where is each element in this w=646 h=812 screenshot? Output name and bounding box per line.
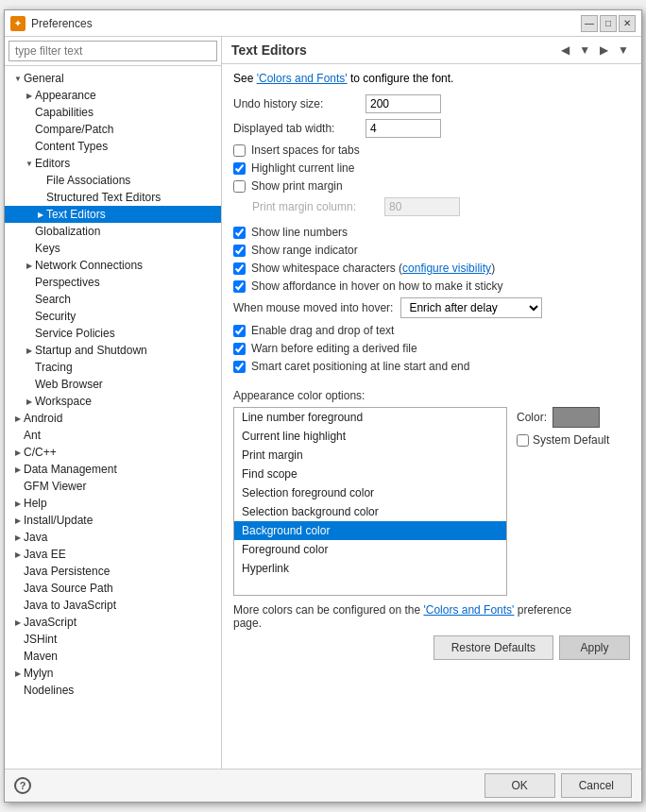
footer-colors-fonts-link[interactable]: 'Colors and Fonts' — [423, 603, 514, 617]
highlight-line-checkbox[interactable] — [233, 162, 246, 175]
tree-arrow-nodelines — [12, 685, 24, 696]
sidebar-item-gfm_viewer[interactable]: GFM Viewer — [5, 478, 221, 495]
sidebar-item-globalization[interactable]: Globalization — [5, 223, 221, 240]
tree-label-java_persistence: Java Persistence — [24, 565, 110, 578]
sidebar-item-java_persistence[interactable]: Java Persistence — [5, 563, 221, 580]
sidebar-item-maven[interactable]: Maven — [5, 648, 221, 665]
insert-spaces-row: Insert spaces for tabs — [233, 144, 630, 157]
print-margin-input[interactable] — [384, 197, 460, 216]
sidebar-item-javascript[interactable]: ▶JavaScript — [5, 614, 221, 631]
tree-label-jshint: JSHint — [24, 633, 57, 646]
nav-forward-button[interactable]: ▶ — [597, 42, 611, 58]
filter-input[interactable] — [8, 41, 217, 61]
sidebar-item-cpp[interactable]: ▶C/C++ — [5, 444, 221, 461]
right-panel: Text Editors ◀ ▼ ▶ ▼ See 'Colors and Fon… — [222, 37, 641, 769]
tree-arrow-perspectives — [24, 277, 35, 288]
tree-arrow-text_editors: ▶ — [35, 209, 46, 220]
help-icon[interactable]: ? — [14, 777, 31, 794]
close-button[interactable]: ✕ — [619, 15, 636, 32]
insert-spaces-checkbox[interactable] — [233, 144, 246, 157]
show-range-checkbox[interactable] — [233, 245, 246, 257]
sidebar-item-service_policies[interactable]: Service Policies — [5, 325, 221, 342]
tree-arrow-mylyn: ▶ — [12, 668, 24, 679]
sidebar-item-java_source_path[interactable]: Java Source Path — [5, 580, 221, 597]
tree-arrow-java_persistence — [12, 566, 24, 577]
nav-dropdown-button[interactable]: ▼ — [576, 42, 593, 58]
configure-visibility-link[interactable]: configure visibility — [402, 262, 491, 275]
tab-width-input[interactable] — [366, 119, 441, 138]
color-list-item[interactable]: Background color — [234, 521, 506, 540]
apply-button[interactable]: Apply — [559, 635, 630, 660]
color-swatch[interactable] — [552, 407, 600, 428]
drag-drop-label: Enable drag and drop of text — [251, 324, 394, 337]
color-list-item[interactable]: Selection foreground color — [234, 483, 506, 502]
sidebar-item-search[interactable]: Search — [5, 291, 221, 308]
sidebar-item-mylyn[interactable]: ▶Mylyn — [5, 665, 221, 682]
tree-arrow-tracing — [24, 362, 35, 373]
sidebar-item-help[interactable]: ▶Help — [5, 495, 221, 512]
minimize-button[interactable]: — — [581, 15, 598, 32]
sidebar-item-workspace[interactable]: ▶Workspace — [5, 393, 221, 410]
sidebar-item-perspectives[interactable]: Perspectives — [5, 274, 221, 291]
warn-derived-checkbox[interactable] — [233, 343, 246, 355]
color-list-item[interactable]: Foreground color — [234, 540, 506, 559]
sidebar-item-tracing[interactable]: Tracing — [5, 359, 221, 376]
colors-fonts-link[interactable]: 'Colors and Fonts' — [257, 72, 348, 85]
color-list-item[interactable]: Find scope — [234, 465, 506, 483]
sidebar-item-jshint[interactable]: JSHint — [5, 631, 221, 648]
sidebar-item-general[interactable]: ▼General — [5, 70, 221, 87]
color-list-item[interactable]: Hyperlink — [234, 559, 506, 578]
nav-forward-dropdown-button[interactable]: ▼ — [615, 42, 632, 58]
smart-caret-row: Smart caret positioning at line start an… — [233, 360, 630, 373]
color-list-item[interactable]: Current line highlight — [234, 427, 506, 446]
tree-label-install_update: Install/Update — [24, 514, 93, 527]
sidebar-item-structured_text_editors[interactable]: Structured Text Editors — [5, 189, 221, 206]
show-whitespace-checkbox[interactable] — [233, 262, 246, 275]
color-list-item[interactable]: Print margin — [234, 446, 506, 465]
sidebar-item-ant[interactable]: Ant — [5, 427, 221, 444]
system-default-checkbox[interactable] — [517, 434, 529, 447]
sidebar-item-java_ee[interactable]: ▶Java EE — [5, 546, 221, 563]
sidebar-item-web_browser[interactable]: Web Browser — [5, 376, 221, 393]
show-line-numbers-checkbox[interactable] — [233, 227, 246, 239]
sidebar-item-editors[interactable]: ▼Editors — [5, 155, 221, 172]
undo-history-input[interactable] — [366, 94, 441, 113]
ok-button[interactable]: OK — [484, 773, 555, 798]
sidebar-item-text_editors[interactable]: ▶Text Editors — [5, 206, 221, 223]
sidebar-item-nodelines[interactable]: Nodelines — [5, 682, 221, 699]
color-list[interactable]: Line number foregroundCurrent line highl… — [233, 407, 507, 596]
color-list-item[interactable]: Selection background color — [234, 502, 506, 521]
sidebar-item-content_types[interactable]: Content Types — [5, 138, 221, 155]
sidebar-item-install_update[interactable]: ▶Install/Update — [5, 512, 221, 529]
tree-label-java_to_javascript: Java to JavaScript — [24, 599, 116, 612]
sidebar-item-file_associations[interactable]: File Associations — [5, 172, 221, 189]
sidebar-item-security[interactable]: Security — [5, 308, 221, 325]
sidebar-item-compare_patch[interactable]: Compare/Patch — [5, 121, 221, 138]
insert-spaces-label: Insert spaces for tabs — [251, 144, 360, 157]
sidebar-item-java[interactable]: ▶Java — [5, 529, 221, 546]
restore-defaults-button[interactable]: Restore Defaults — [434, 635, 553, 660]
show-affordance-checkbox[interactable] — [233, 280, 246, 293]
maximize-button[interactable]: □ — [600, 15, 617, 32]
sidebar-item-android[interactable]: ▶Android — [5, 410, 221, 427]
footer-note: More colors can be configured on the 'Co… — [233, 603, 630, 630]
sidebar-item-java_to_javascript[interactable]: Java to JavaScript — [5, 597, 221, 614]
show-print-margin-checkbox[interactable] — [233, 180, 246, 193]
tree-label-javascript: JavaScript — [24, 616, 76, 629]
sidebar-item-capabilities[interactable]: Capabilities — [5, 104, 221, 121]
nav-back-button[interactable]: ◀ — [558, 42, 572, 58]
warn-derived-row: Warn before editing a derived file — [233, 342, 630, 355]
cancel-button[interactable]: Cancel — [561, 773, 632, 798]
smart-caret-checkbox[interactable] — [233, 361, 246, 373]
tree-label-globalization: Globalization — [35, 225, 100, 238]
sidebar-item-network_connections[interactable]: ▶Network Connections — [5, 257, 221, 274]
drag-drop-checkbox[interactable] — [233, 325, 246, 337]
sidebar-item-keys[interactable]: Keys — [5, 240, 221, 257]
system-default-row: System Default — [517, 433, 609, 447]
color-list-item[interactable]: Line number foreground — [234, 408, 506, 427]
sidebar-item-appearance[interactable]: ▶Appearance — [5, 87, 221, 104]
sidebar-item-data_management[interactable]: ▶Data Management — [5, 461, 221, 478]
hover-select[interactable]: Enrich after delay Enrich immediately Do… — [400, 297, 542, 318]
tree-arrow-general: ▼ — [12, 73, 24, 84]
sidebar-item-startup_shutdown[interactable]: ▶Startup and Shutdown — [5, 342, 221, 359]
